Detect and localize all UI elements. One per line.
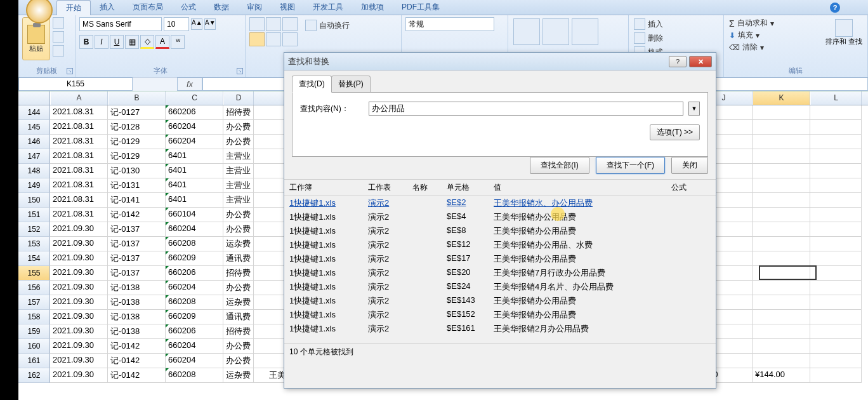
- cell[interactable]: 2021.08.31: [50, 149, 108, 164]
- format-table-button[interactable]: [542, 18, 569, 45]
- cell[interactable]: 记-0137: [108, 237, 166, 251]
- row-header[interactable]: 150: [18, 193, 50, 208]
- cell[interactable]: 主营业: [223, 178, 254, 193]
- bold-button[interactable]: B: [79, 35, 93, 49]
- cell[interactable]: 记-0141: [108, 193, 166, 208]
- cell[interactable]: 记-0142: [108, 368, 166, 383]
- cell[interactable]: [753, 222, 810, 237]
- wrap-text-button[interactable]: 自动换行: [305, 20, 350, 31]
- cell[interactable]: [753, 295, 810, 310]
- cell[interactable]: 660208: [166, 368, 223, 383]
- close-button[interactable]: 关闭: [671, 157, 708, 174]
- cell[interactable]: 记-0142: [108, 339, 166, 354]
- cell[interactable]: 记-0128: [108, 120, 166, 135]
- cut-icon[interactable]: [53, 17, 64, 29]
- cell[interactable]: 主营业: [223, 164, 254, 178]
- row-header[interactable]: 152: [18, 222, 50, 237]
- result-row[interactable]: 1快捷键1.xls演示2$E$20王美华报销7月行政办公用品费: [284, 266, 716, 280]
- cell[interactable]: [753, 105, 810, 120]
- align-middle[interactable]: [266, 17, 281, 31]
- cell[interactable]: [810, 281, 862, 295]
- cell[interactable]: 660206: [166, 105, 223, 120]
- cell[interactable]: 记-0129: [108, 149, 166, 164]
- cell[interactable]: 记-0138: [108, 310, 166, 324]
- cell[interactable]: 记-0137: [108, 266, 166, 281]
- cell[interactable]: 主营业: [223, 149, 254, 164]
- dialog-help-button[interactable]: ?: [669, 56, 687, 67]
- find-all-button[interactable]: 查找全部(I): [530, 157, 589, 174]
- cell[interactable]: 2021.09.30: [50, 251, 108, 266]
- cell[interactable]: 6401: [166, 149, 223, 164]
- result-row[interactable]: 1快捷键1.xls演示2$E$152王美华报销办公用品费: [284, 308, 716, 322]
- font-color-button[interactable]: A: [155, 35, 169, 49]
- cell[interactable]: 660204: [166, 354, 223, 368]
- row-header[interactable]: 155: [18, 266, 50, 281]
- cell[interactable]: 记-0127: [108, 105, 166, 120]
- phonetic-button[interactable]: ᵂ: [171, 35, 185, 49]
- row-header[interactable]: 162: [18, 368, 50, 383]
- format-painter-icon[interactable]: [53, 45, 64, 57]
- cell[interactable]: 办公费: [223, 339, 254, 354]
- ribbon-tab-7[interactable]: 开发工具: [304, 0, 352, 15]
- cell[interactable]: [753, 208, 810, 222]
- cell[interactable]: 2021.08.31: [50, 193, 108, 208]
- cell[interactable]: [810, 237, 862, 251]
- row-header[interactable]: 161: [18, 354, 50, 368]
- cell[interactable]: 记-0130: [108, 164, 166, 178]
- cell[interactable]: 2021.08.31: [50, 135, 108, 149]
- cell[interactable]: [810, 208, 862, 222]
- ribbon-tab-0[interactable]: 开始: [56, 0, 91, 15]
- cell[interactable]: [753, 310, 810, 324]
- cell[interactable]: [753, 324, 810, 339]
- delete-cells-button[interactable]: 删除: [633, 31, 720, 45]
- font-name-input[interactable]: [79, 17, 162, 31]
- cell[interactable]: 办公费: [223, 281, 254, 295]
- cell[interactable]: 记-0137: [108, 251, 166, 266]
- cell[interactable]: 运杂费: [223, 368, 254, 383]
- cell[interactable]: 2021.08.31: [50, 105, 108, 120]
- cell[interactable]: 2021.08.31: [50, 120, 108, 135]
- row-header[interactable]: 159: [18, 324, 50, 339]
- col-header-C[interactable]: C: [166, 91, 223, 105]
- cell[interactable]: 660204: [166, 339, 223, 354]
- cell[interactable]: [753, 354, 810, 368]
- cell[interactable]: 2021.09.30: [50, 281, 108, 295]
- cell[interactable]: 招待费: [223, 105, 254, 120]
- row-header[interactable]: 144: [18, 105, 50, 120]
- row-header[interactable]: 156: [18, 281, 50, 295]
- row-header[interactable]: 148: [18, 164, 50, 178]
- align-top[interactable]: [249, 17, 265, 31]
- cell[interactable]: 2021.09.30: [50, 295, 108, 310]
- row-header[interactable]: 146: [18, 135, 50, 149]
- align-left[interactable]: [249, 32, 265, 46]
- clipboard-dialog-launcher[interactable]: ↘: [67, 68, 73, 74]
- cell[interactable]: 660104: [166, 208, 223, 222]
- conditional-format-button[interactable]: [513, 18, 540, 45]
- insert-cells-button[interactable]: 插入: [633, 17, 720, 31]
- cell[interactable]: [810, 149, 862, 164]
- result-row[interactable]: 1快捷键1.xls演示2$E$4王美华报销办公用品费: [284, 210, 716, 224]
- row-header[interactable]: 154: [18, 251, 50, 266]
- result-row[interactable]: 1快捷键1.xls演示2$E$17王美华报销办公用品费: [284, 252, 716, 266]
- cell[interactable]: 2021.09.30: [50, 310, 108, 324]
- cell[interactable]: 2021.09.30: [50, 237, 108, 251]
- increase-font-icon[interactable]: A▲: [191, 18, 202, 30]
- cell[interactable]: 2021.09.30: [50, 354, 108, 368]
- tab-replace[interactable]: 替换(P): [331, 76, 371, 93]
- row-header[interactable]: 157: [18, 295, 50, 310]
- cell[interactable]: [810, 164, 862, 178]
- cell[interactable]: 660208: [166, 295, 223, 310]
- cell[interactable]: [753, 266, 810, 281]
- cell[interactable]: 2021.09.30: [50, 222, 108, 237]
- result-row[interactable]: 1快捷键1.xls演示2$E$2王美华报销水、办公用品费: [284, 196, 716, 210]
- col-header-K[interactable]: K: [753, 91, 810, 105]
- cell[interactable]: 2021.08.31: [50, 208, 108, 222]
- cell[interactable]: 2021.09.30: [50, 324, 108, 339]
- cell[interactable]: 660204: [166, 281, 223, 295]
- cell[interactable]: [810, 135, 862, 149]
- cell[interactable]: [753, 281, 810, 295]
- cell[interactable]: 660204: [166, 135, 223, 149]
- cell[interactable]: 主营业: [223, 193, 254, 208]
- cell-styles-button[interactable]: [572, 18, 598, 45]
- cell[interactable]: [810, 193, 862, 208]
